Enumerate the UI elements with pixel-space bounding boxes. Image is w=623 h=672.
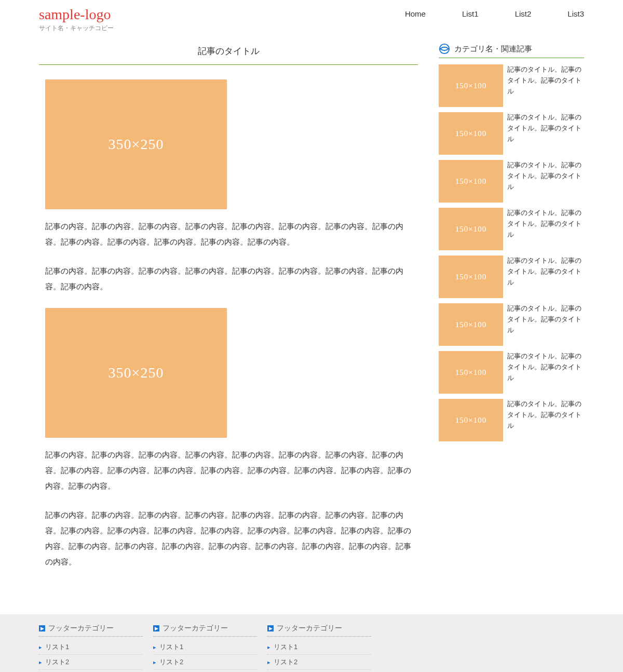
related-thumb: 150×100 <box>439 160 503 203</box>
footer-link[interactable]: ▸リスト2 <box>267 655 371 670</box>
footer-column: ▶フッターカテゴリー▸リスト1▸リスト2▸リスト3▸リスト4 <box>39 624 143 672</box>
chevron-right-icon: ▸ <box>153 659 156 666</box>
sidebar: カテゴリ名・関連記事 150×100記事のタイトル。記事のタイトル。記事のタイト… <box>439 39 584 583</box>
related-title: 記事のタイトル。記事のタイトル。記事のタイトル <box>507 112 584 155</box>
footer-link[interactable]: ▸リスト1 <box>153 640 257 655</box>
sidebar-title-row: カテゴリ名・関連記事 <box>439 39 584 58</box>
site-logo[interactable]: sample-logo <box>39 6 114 23</box>
related-item[interactable]: 150×100記事のタイトル。記事のタイトル。記事のタイトル <box>439 160 584 203</box>
top-nav: Home List1 List2 List3 <box>405 6 584 18</box>
site-tagline: サイト名・キャッチコピー <box>39 24 114 33</box>
footer-link[interactable]: ▸リスト3 <box>153 670 257 672</box>
related-title: 記事のタイトル。記事のタイトル。記事のタイトル <box>507 256 584 298</box>
related-item[interactable]: 150×100記事のタイトル。記事のタイトル。記事のタイトル <box>439 256 584 298</box>
article-image-2: 350×250 <box>45 308 227 438</box>
related-item[interactable]: 150×100記事のタイトル。記事のタイトル。記事のタイトル <box>439 351 584 394</box>
chevron-right-icon: ▸ <box>39 644 42 651</box>
nav-list1[interactable]: List1 <box>462 9 479 18</box>
footer-column-title: ▶フッターカテゴリー <box>153 624 257 637</box>
play-icon: ▶ <box>153 625 159 631</box>
play-icon: ▶ <box>39 625 45 631</box>
related-title: 記事のタイトル。記事のタイトル。記事のタイトル <box>507 208 584 250</box>
related-title: 記事のタイトル。記事のタイトル。記事のタイトル <box>507 399 584 441</box>
related-thumb: 150×100 <box>439 112 503 155</box>
article: 記事のタイトル 350×250 記事の内容。記事の内容。記事の内容。記事の内容。… <box>39 39 418 583</box>
footer-link[interactable]: ▸リスト3 <box>267 670 371 672</box>
related-title: 記事のタイトル。記事のタイトル。記事のタイトル <box>507 64 584 107</box>
related-title: 記事のタイトル。記事のタイトル。記事のタイトル <box>507 351 584 394</box>
footer-column-title: ▶フッターカテゴリー <box>39 624 143 637</box>
nav-list3[interactable]: List3 <box>567 9 584 18</box>
related-item[interactable]: 150×100記事のタイトル。記事のタイトル。記事のタイトル <box>439 399 584 441</box>
chevron-right-icon: ▸ <box>153 644 156 651</box>
related-thumb: 150×100 <box>439 64 503 107</box>
footer-link[interactable]: ▸リスト2 <box>39 655 143 670</box>
related-item[interactable]: 150×100記事のタイトル。記事のタイトル。記事のタイトル <box>439 112 584 155</box>
article-paragraph: 記事の内容。記事の内容。記事の内容。記事の内容。記事の内容。記事の内容。記事の内… <box>45 507 412 570</box>
related-item[interactable]: 150×100記事のタイトル。記事のタイトル。記事のタイトル <box>439 64 584 107</box>
footer-link[interactable]: ▸リスト3 <box>39 670 143 672</box>
article-paragraph: 記事の内容。記事の内容。記事の内容。記事の内容。記事の内容。記事の内容。記事の内… <box>45 219 412 250</box>
related-item[interactable]: 150×100記事のタイトル。記事のタイトル。記事のタイトル <box>439 303 584 346</box>
related-thumb: 150×100 <box>439 208 503 250</box>
chevron-right-icon: ▸ <box>39 659 42 666</box>
related-thumb: 150×100 <box>439 351 503 394</box>
footer-link[interactable]: ▸リスト2 <box>153 655 257 670</box>
article-paragraph: 記事の内容。記事の内容。記事の内容。記事の内容。記事の内容。記事の内容。記事の内… <box>45 263 412 294</box>
related-thumb: 150×100 <box>439 399 503 441</box>
nav-home[interactable]: Home <box>405 9 426 18</box>
article-image-1: 350×250 <box>45 79 227 209</box>
footer: ▶フッターカテゴリー▸リスト1▸リスト2▸リスト3▸リスト4▶フッターカテゴリー… <box>0 614 623 672</box>
article-title: 記事のタイトル <box>39 39 418 65</box>
chevron-right-icon: ▸ <box>267 644 270 651</box>
svg-point-0 <box>440 44 449 53</box>
globe-icon <box>439 43 450 55</box>
related-item[interactable]: 150×100記事のタイトル。記事のタイトル。記事のタイトル <box>439 208 584 250</box>
footer-column: ▶フッターカテゴリー▸リスト1▸リスト2▸リスト3▸リスト4 <box>267 624 371 672</box>
footer-link[interactable]: ▸リスト1 <box>39 640 143 655</box>
article-paragraph: 記事の内容。記事の内容。記事の内容。記事の内容。記事の内容。記事の内容。記事の内… <box>45 447 412 494</box>
footer-column: ▶フッターカテゴリー▸リスト1▸リスト2▸リスト3▸リスト4 <box>153 624 257 672</box>
sidebar-title: カテゴリ名・関連記事 <box>454 44 532 54</box>
site-header: sample-logo サイト名・キャッチコピー Home List1 List… <box>39 4 584 39</box>
related-thumb: 150×100 <box>439 256 503 298</box>
footer-column-title: ▶フッターカテゴリー <box>267 624 371 637</box>
related-title: 記事のタイトル。記事のタイトル。記事のタイトル <box>507 160 584 203</box>
footer-link[interactable]: ▸リスト1 <box>267 640 371 655</box>
play-icon: ▶ <box>267 625 274 631</box>
related-thumb: 150×100 <box>439 303 503 346</box>
nav-list2[interactable]: List2 <box>515 9 532 18</box>
chevron-right-icon: ▸ <box>267 659 270 666</box>
related-title: 記事のタイトル。記事のタイトル。記事のタイトル <box>507 303 584 346</box>
